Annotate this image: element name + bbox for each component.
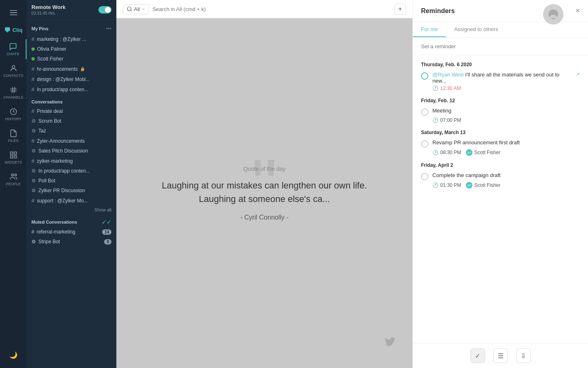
- tab-for-me[interactable]: For me: [413, 22, 446, 37]
- nav-contacts[interactable]: CONTACTS: [0, 61, 27, 81]
- nav-widgets[interactable]: WIDGETS: [0, 148, 27, 168]
- svg-point-20: [551, 11, 555, 15]
- close-button[interactable]: ×: [575, 7, 580, 15]
- muted-stripe[interactable]: ⚙ Stripe Bot 8: [27, 237, 116, 247]
- reminder-checkbox-4[interactable]: [421, 173, 428, 180]
- reminder-time-3: 🕐 08:30 PM: [432, 150, 461, 155]
- conv-zylker-pr[interactable]: ⚙ Zylker PR Discussion: [27, 186, 116, 195]
- svg-point-16: [14, 174, 16, 176]
- footer-check-button[interactable]: ✓: [470, 348, 485, 363]
- reminder-checkbox-2[interactable]: [421, 108, 428, 116]
- hash-icon: #: [31, 76, 34, 82]
- nav-people[interactable]: PEOPLE: [0, 169, 27, 189]
- reminder-external-link[interactable]: ↗: [576, 72, 580, 77]
- quote-label: Quote of the day: [243, 166, 286, 172]
- pins-more-button[interactable]: ···: [106, 25, 111, 32]
- svg-point-17: [127, 7, 131, 11]
- reminder-input[interactable]: [421, 43, 580, 49]
- bot-icon: ⚙: [31, 148, 36, 154]
- assignee-name: Scott Fisher: [474, 182, 500, 188]
- clock-icon: 🕐: [432, 182, 439, 188]
- quote-text: Laughing at our mistakes can lengthen ou…: [162, 179, 367, 206]
- show-all-button[interactable]: Show all: [27, 206, 116, 214]
- reminder-checkbox-3[interactable]: [421, 140, 428, 148]
- conv-zyler[interactable]: # Zyler-Announcements: [27, 136, 116, 146]
- app-logo[interactable]: Cliq: [0, 22, 27, 38]
- conv-poll-bot[interactable]: ⚙ Poll Bot: [27, 176, 116, 186]
- date-label-3: Saturday, March 13: [421, 130, 580, 135]
- conv-item-label: Taz: [38, 128, 46, 134]
- hamburger-menu[interactable]: [0, 5, 27, 20]
- chat-list: Remote Work 03:31:45 Hrs My Pins ··· # m…: [27, 0, 116, 368]
- footer-filter-button[interactable]: ⇩: [516, 348, 531, 363]
- nav-channels[interactable]: CHANNELS: [0, 83, 27, 103]
- svg-rect-3: [5, 27, 10, 31]
- quote-area: " Quote of the day Laughing at our mista…: [116, 18, 412, 368]
- svg-rect-14: [14, 156, 16, 158]
- bot-icon: ⚙: [31, 188, 36, 193]
- date-label-4: Friday, April 2: [421, 162, 580, 168]
- search-filter-dropdown[interactable]: All: [123, 4, 149, 14]
- conv-zylker-marketing[interactable]: # zylker-marketing: [27, 156, 116, 166]
- reminder-avatar: [543, 4, 564, 25]
- pin-hr[interactable]: # hr-announcements 🔒: [27, 64, 116, 74]
- hash-icon: #: [31, 197, 34, 204]
- pin-item-label: design : @Zylker Mobi...: [37, 76, 90, 82]
- reminder-top-4: Complete the campaign draft: [421, 172, 580, 180]
- quote-author: - Cyril Connolly -: [240, 214, 288, 221]
- reminders-panel: Reminders × For me Assigned to others Th…: [412, 0, 588, 368]
- reminder-time-4: 🕐 01:30 PM: [432, 182, 461, 188]
- reminders-footer: ✓ ☰ ⇩: [413, 343, 588, 368]
- hash-icon: #: [31, 158, 34, 164]
- conv-private-deal[interactable]: # Private deal: [27, 106, 116, 116]
- bot-icon: ⚙: [31, 118, 36, 124]
- conv-taz[interactable]: ⚙ Taz: [27, 126, 116, 136]
- conv-item-label: Sales Pitch Discussion: [38, 148, 88, 154]
- muted-badge: 8: [104, 239, 111, 245]
- time-value: 08:30 PM: [440, 150, 461, 155]
- twitter-icon: [385, 337, 396, 352]
- nav-people-label: PEOPLE: [6, 182, 20, 186]
- pins-label: My Pins: [31, 26, 49, 31]
- tabs-row: For me Assigned to others: [413, 22, 588, 38]
- reminder-item-4: Complete the campaign draft 🕐 01:30 PM S…: [421, 172, 580, 188]
- date-group-3: Saturday, March 13 Revamp PR announcemen…: [421, 130, 580, 156]
- svg-point-5: [12, 65, 15, 68]
- conv-item-label: Zylker PR Discussion: [38, 188, 85, 193]
- search-input[interactable]: [152, 6, 391, 12]
- reminder-meta-1: 🕐 12:30 AM: [421, 85, 580, 91]
- reminder-checkbox-1[interactable]: [421, 72, 428, 80]
- pin-scott[interactable]: Scott Fisher: [27, 54, 116, 64]
- footer-list-button[interactable]: ☰: [493, 348, 508, 363]
- pin-olivia[interactable]: Olivia Palmer: [27, 44, 116, 54]
- reminder-top-2: Meeting: [421, 108, 580, 116]
- muted-referral[interactable]: # referral-marketing 14: [27, 227, 116, 237]
- tab-assigned-to-others[interactable]: Assigned to others: [446, 22, 506, 37]
- nav-chats[interactable]: CHATS: [0, 39, 27, 59]
- lock-icon: 🔒: [80, 67, 85, 71]
- conv-support[interactable]: # support : @Zylker Mo...: [27, 195, 116, 206]
- pin-product[interactable]: # In product/app conten...: [27, 84, 116, 94]
- nav-widgets-label: WIDGETS: [5, 160, 22, 164]
- conv-in-product[interactable]: ⚙ In product/app conten...: [27, 166, 116, 176]
- icon-sidebar: Cliq CHATS CONTACTS CHANNELS HISTORY FIL…: [0, 0, 27, 368]
- assignee-avatar: SF: [466, 149, 472, 156]
- time-value: 01:30 PM: [440, 182, 461, 188]
- svg-point-15: [11, 174, 13, 176]
- pin-design[interactable]: # design : @Zylker Mobi...: [27, 74, 116, 84]
- theme-toggle[interactable]: 🌙: [5, 347, 22, 363]
- nav-history[interactable]: HISTORY: [0, 104, 27, 124]
- online-dot: [31, 47, 35, 51]
- clock-icon: 🕐: [432, 85, 439, 91]
- conv-sales[interactable]: ⚙ Sales Pitch Discussion: [27, 146, 116, 156]
- nav-files[interactable]: FILES: [0, 126, 27, 146]
- conv-scrum-bot[interactable]: ⚙ Scrum Bot: [27, 116, 116, 126]
- date-label-1: Thursday, Feb. 6 2020: [421, 62, 580, 67]
- pin-marketing[interactable]: # marketing : @Zylker ...: [27, 34, 116, 44]
- date-group-1: Thursday, Feb. 6 2020 @Ryan West I'll sh…: [421, 62, 580, 91]
- pin-item-label: Scott Fisher: [37, 56, 63, 62]
- pin-item-label: marketing : @Zylker ...: [37, 36, 86, 42]
- nav-files-label: FILES: [8, 139, 18, 143]
- add-button[interactable]: +: [394, 3, 406, 15]
- workspace-toggle[interactable]: [98, 6, 111, 13]
